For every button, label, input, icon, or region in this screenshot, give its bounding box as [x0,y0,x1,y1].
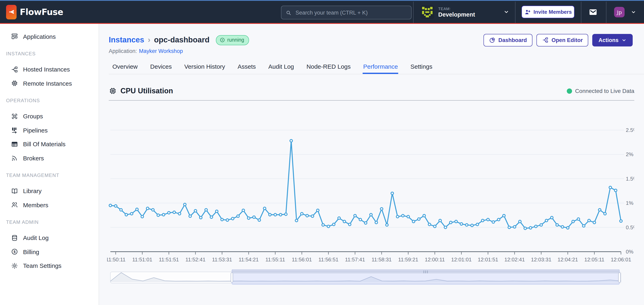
data-point[interactable] [162,214,165,216]
tab-version-history[interactable]: Version History [184,61,226,74]
data-point[interactable] [136,208,138,211]
data-point[interactable] [609,186,612,189]
data-point[interactable] [141,215,144,218]
data-point[interactable] [327,225,330,228]
data-point[interactable] [566,227,569,229]
sidebar-item-pipelines[interactable]: Pipelines [0,123,99,137]
tab-overview[interactable]: Overview [112,61,138,74]
data-point[interactable] [348,223,351,226]
data-point[interactable] [577,218,580,220]
tab-audit-log[interactable]: Audit Log [268,61,294,74]
data-point[interactable] [226,219,228,221]
data-point[interactable] [524,227,526,230]
user-avatar[interactable]: jp [614,7,624,17]
data-point[interactable] [120,209,122,211]
data-point[interactable] [598,209,601,211]
data-point[interactable] [450,221,452,224]
sidebar-item-library[interactable]: Library [0,184,99,198]
sidebar-item-remote-instances[interactable]: Remote Instances [0,76,99,90]
data-point[interactable] [173,211,176,214]
data-point[interactable] [306,214,308,217]
data-point[interactable] [620,220,622,222]
data-point[interactable] [370,214,372,216]
data-point[interactable] [396,215,399,218]
data-point[interactable] [519,220,521,223]
data-point[interactable] [380,208,383,210]
data-point[interactable] [412,220,415,223]
drag-handle-icon[interactable] [425,271,426,273]
data-point[interactable] [588,219,590,222]
data-point[interactable] [503,214,505,217]
data-point[interactable] [109,204,112,207]
sidebar-item-groups[interactable]: Groups [0,109,99,123]
data-point[interactable] [359,218,362,221]
sidebar-item-applications[interactable]: Applications [0,29,99,43]
data-point[interactable] [402,214,404,217]
data-point[interactable] [386,224,388,226]
sidebar-item-team-settings[interactable]: Team Settings [0,259,99,273]
data-point[interactable] [423,214,426,217]
data-point[interactable] [258,219,260,221]
sidebar-item-members[interactable]: Members [0,198,99,212]
brush-handle-right[interactable] [618,273,620,282]
data-point[interactable] [253,216,255,219]
data-point[interactable] [508,226,510,229]
data-point[interactable] [284,213,287,216]
data-point[interactable] [242,209,244,212]
breadcrumb-instances-link[interactable]: Instances [109,35,144,44]
data-point[interactable] [125,214,128,216]
tab-assets[interactable]: Assets [237,61,256,74]
data-point[interactable] [513,226,516,228]
data-point[interactable] [274,214,276,216]
data-point[interactable] [232,217,234,220]
data-point[interactable] [375,221,378,224]
data-point[interactable] [295,219,298,222]
data-point[interactable] [535,225,537,228]
invite-members-button[interactable]: Invite Members [522,6,574,18]
user-menu-chevron-down-icon[interactable] [631,9,636,16]
data-point[interactable] [205,209,208,211]
data-point[interactable] [418,218,420,220]
data-point[interactable] [216,210,218,213]
data-point[interactable] [455,220,458,223]
sidebar-item-brokers[interactable]: Brokers [0,151,99,165]
data-point[interactable] [481,219,484,222]
data-point[interactable] [466,224,468,226]
drag-handle-icon[interactable] [424,271,424,273]
brand-logo[interactable]: FlowFuse [6,1,63,23]
drag-handle-icon[interactable] [427,271,428,273]
data-point[interactable] [194,210,197,212]
data-point[interactable] [582,225,585,227]
tab-devices[interactable]: Devices [150,61,172,74]
sidebar-item-bill-of-materials[interactable]: Bill Of Materials [0,137,99,151]
data-point[interactable] [460,223,463,225]
data-point[interactable] [178,213,181,215]
chart-range-brush[interactable] [107,270,634,291]
dashboard-button[interactable]: Dashboard [483,34,532,46]
data-point[interactable] [322,224,324,226]
data-point[interactable] [471,224,474,227]
brush-handle-left[interactable] [231,273,233,282]
sidebar-item-billing[interactable]: $Billing [0,245,99,259]
data-point[interactable] [529,227,532,229]
data-point[interactable] [343,220,346,223]
data-point[interactable] [248,217,250,219]
data-point[interactable] [593,221,596,224]
data-point[interactable] [290,140,292,142]
team-selector[interactable]: TEAM: Development [420,1,475,23]
data-point[interactable] [604,213,606,215]
data-point[interactable] [114,205,117,207]
actions-button[interactable]: Actions [592,34,633,46]
data-point[interactable] [264,207,266,210]
data-point[interactable] [157,214,160,217]
data-point[interactable] [300,213,303,215]
data-point[interactable] [487,218,489,221]
data-point[interactable] [407,215,410,218]
data-point[interactable] [354,214,356,217]
data-point[interactable] [316,209,319,212]
tab-performance[interactable]: Performance [363,61,398,74]
data-point[interactable] [269,214,271,216]
data-point[interactable] [572,220,574,223]
data-point[interactable] [550,216,553,219]
open-editor-button[interactable]: Open Editor [536,34,588,46]
